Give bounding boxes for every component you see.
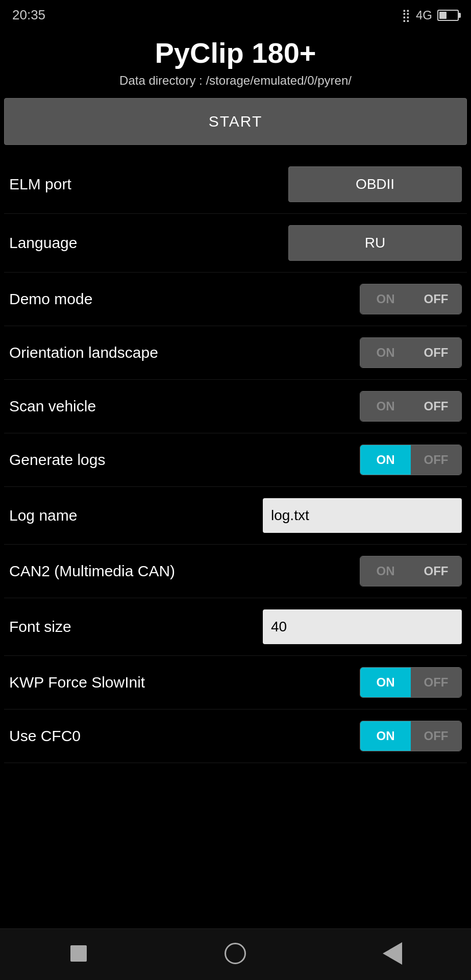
setting-row-use-cfc0: Use CFC0ONOFF xyxy=(4,709,467,763)
toggle-can2[interactable]: ONOFF xyxy=(360,556,462,586)
toggle-on-kwp-force-slowinit[interactable]: ON xyxy=(360,668,411,697)
setting-label-demo-mode: Demo mode xyxy=(9,290,360,308)
toggle-off-generate-logs[interactable]: OFF xyxy=(411,445,461,475)
setting-row-can2: CAN2 (Multimedia CAN)ONOFF xyxy=(4,545,467,598)
start-button-wrap: START xyxy=(0,93,471,155)
setting-row-language: LanguageRU xyxy=(4,214,467,273)
setting-control-demo-mode: ONOFF xyxy=(360,284,462,314)
app-title-area: PyClip 180+ Data directory : /storage/em… xyxy=(0,26,471,93)
setting-row-kwp-force-slowinit: KWP Force SlowInitONOFF xyxy=(4,656,467,709)
stop-icon xyxy=(70,945,87,962)
toggle-demo-mode[interactable]: ONOFF xyxy=(360,284,462,314)
setting-row-font-size: Font size xyxy=(4,598,467,656)
signal-icon: ⣿ xyxy=(402,8,411,22)
network-type: 4G xyxy=(416,8,432,22)
data-directory: Data directory : /storage/emulated/0/pyr… xyxy=(10,74,461,88)
status-right: ⣿ 4G xyxy=(402,8,459,22)
toggle-on-use-cfc0[interactable]: ON xyxy=(360,721,411,751)
app-title: PyClip 180+ xyxy=(10,36,461,69)
toggle-off-can2[interactable]: OFF xyxy=(411,556,461,586)
status-bar: 20:35 ⣿ 4G xyxy=(0,0,471,26)
setting-label-orientation-landscape: Orientation landscape xyxy=(9,344,360,361)
back-icon xyxy=(383,942,402,965)
setting-control-elm-port: OBDII xyxy=(288,166,462,202)
setting-label-kwp-force-slowinit: KWP Force SlowInit xyxy=(9,674,360,691)
setting-control-use-cfc0: ONOFF xyxy=(360,721,462,751)
setting-label-scan-vehicle: Scan vehicle xyxy=(9,398,360,415)
setting-control-orientation-landscape: ONOFF xyxy=(360,337,462,368)
home-button[interactable] xyxy=(220,938,251,969)
toggle-on-demo-mode[interactable]: ON xyxy=(360,284,411,314)
dropdown-elm-port[interactable]: OBDII xyxy=(288,166,462,202)
status-time: 20:35 xyxy=(12,7,45,23)
toggle-off-orientation-landscape[interactable]: OFF xyxy=(411,338,461,368)
setting-control-kwp-force-slowinit: ONOFF xyxy=(360,667,462,698)
input-font-size[interactable] xyxy=(263,609,462,644)
setting-control-can2: ONOFF xyxy=(360,556,462,586)
setting-label-language: Language xyxy=(9,234,288,252)
setting-row-generate-logs: Generate logsONOFF xyxy=(4,433,467,487)
battery-icon xyxy=(437,10,459,21)
start-button[interactable]: START xyxy=(4,98,467,145)
toggle-on-can2[interactable]: ON xyxy=(360,556,411,586)
input-log-name[interactable] xyxy=(263,498,462,533)
setting-row-log-name: Log name xyxy=(4,487,467,545)
toggle-kwp-force-slowinit[interactable]: ONOFF xyxy=(360,667,462,698)
toggle-off-kwp-force-slowinit[interactable]: OFF xyxy=(411,668,461,697)
toggle-on-orientation-landscape[interactable]: ON xyxy=(360,338,411,368)
setting-row-demo-mode: Demo modeONOFF xyxy=(4,273,467,326)
toggle-orientation-landscape[interactable]: ONOFF xyxy=(360,337,462,368)
dropdown-language[interactable]: RU xyxy=(288,225,462,261)
setting-label-elm-port: ELM port xyxy=(9,176,288,193)
setting-control-font-size xyxy=(263,609,462,644)
setting-label-font-size: Font size xyxy=(9,618,263,635)
setting-label-use-cfc0: Use CFC0 xyxy=(9,727,360,745)
setting-row-elm-port: ELM portOBDII xyxy=(4,155,467,214)
setting-control-log-name xyxy=(263,498,462,533)
toggle-on-generate-logs[interactable]: ON xyxy=(360,445,411,475)
setting-control-language: RU xyxy=(288,225,462,261)
setting-label-generate-logs: Generate logs xyxy=(9,451,360,469)
toggle-scan-vehicle[interactable]: ONOFF xyxy=(360,391,462,422)
toggle-off-demo-mode[interactable]: OFF xyxy=(411,284,461,314)
home-icon xyxy=(225,943,246,964)
setting-control-generate-logs: ONOFF xyxy=(360,445,462,475)
setting-label-log-name: Log name xyxy=(9,507,263,524)
back-button[interactable] xyxy=(377,938,408,969)
toggle-on-scan-vehicle[interactable]: ON xyxy=(360,391,411,421)
setting-row-orientation-landscape: Orientation landscapeONOFF xyxy=(4,326,467,380)
setting-control-scan-vehicle: ONOFF xyxy=(360,391,462,422)
setting-row-scan-vehicle: Scan vehicleONOFF xyxy=(4,380,467,433)
toggle-use-cfc0[interactable]: ONOFF xyxy=(360,721,462,751)
settings-container: ELM portOBDIILanguageRUDemo modeONOFFOri… xyxy=(0,155,471,928)
setting-label-can2: CAN2 (Multimedia CAN) xyxy=(9,562,360,580)
toggle-off-scan-vehicle[interactable]: OFF xyxy=(411,391,461,421)
toggle-off-use-cfc0[interactable]: OFF xyxy=(411,721,461,751)
toggle-generate-logs[interactable]: ONOFF xyxy=(360,445,462,475)
stop-button[interactable] xyxy=(63,938,94,969)
nav-bar xyxy=(0,928,471,980)
